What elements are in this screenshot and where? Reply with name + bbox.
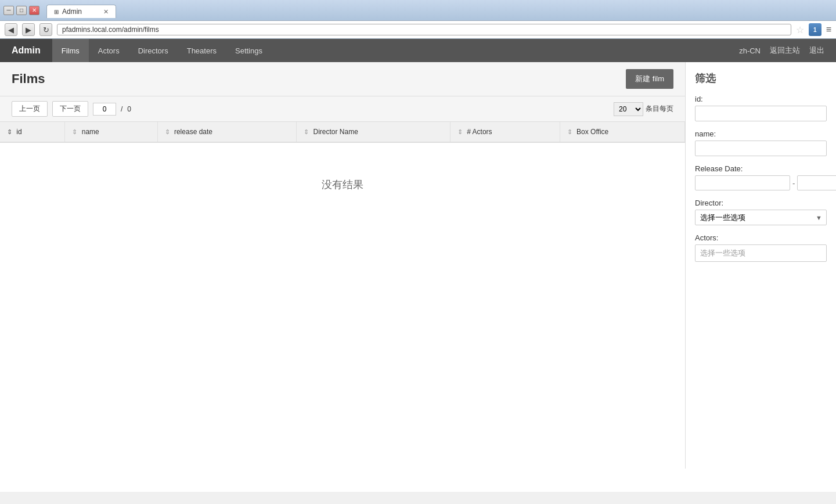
logout-link[interactable]: 退出 <box>809 45 824 56</box>
per-page-select[interactable]: 20 10 50 100 <box>614 102 643 116</box>
return-to-site-link[interactable]: 返回主站 <box>770 45 800 56</box>
extension-button[interactable]: 1 <box>809 23 821 36</box>
new-film-button[interactable]: 新建 film <box>626 69 673 89</box>
filter-director-select[interactable]: 选择一些选项 <box>695 210 827 225</box>
address-bar: ◀ ▶ ↻ ☆ 1 ≡ <box>0 20 836 38</box>
browser-tab-admin[interactable]: ⊞ Admin ✕ <box>46 5 116 18</box>
bookmark-star-icon[interactable]: ☆ <box>796 24 804 35</box>
table-body: 没有结果 <box>0 142 685 226</box>
sidebar-title: 筛选 <box>695 71 827 85</box>
filter-date-to-input[interactable] <box>797 175 836 190</box>
col-director-name[interactable]: ⇕ Director Name <box>297 122 451 142</box>
page-number-input[interactable] <box>93 103 116 116</box>
col-actors[interactable]: ⇕ # Actors <box>450 122 560 142</box>
filter-director-group: Director: 选择一些选项 ▼ <box>695 199 827 225</box>
refresh-button[interactable]: ↻ <box>39 23 52 36</box>
col-release-date[interactable]: ⇕ release date <box>157 122 297 142</box>
per-page-control: 20 10 50 100 条目每页 <box>614 102 673 116</box>
sort-icon-name: ⇕ <box>72 128 77 135</box>
nav-link-actors[interactable]: Actors <box>89 39 129 62</box>
no-results-message: 没有结果 <box>0 142 685 226</box>
filter-name-group: name: <box>695 129 827 156</box>
nav-brand[interactable]: Admin <box>0 39 52 62</box>
col-name-label: name <box>82 128 99 136</box>
browser-titlebar: ─ □ ✕ ⊞ Admin ✕ <box>0 0 836 20</box>
browser-menu-icon[interactable]: ≡ <box>826 24 831 35</box>
close-button[interactable]: ✕ <box>29 6 39 15</box>
page-separator: / <box>121 105 122 113</box>
filter-release-date-label: Release Date: <box>695 164 827 173</box>
top-navigation: Admin Films Actors Directors Theaters Se… <box>0 39 836 62</box>
col-director-label: Director Name <box>313 128 358 136</box>
table-header-row: ⇕ id ⇕ name ⇕ release date ⇕ <box>0 122 685 142</box>
filter-actors-multiselect[interactable]: 选择一些选项 <box>695 244 827 262</box>
tab-favicon-icon: ⊞ <box>54 9 59 15</box>
total-pages: 0 <box>127 105 131 113</box>
sort-icon-actors: ⇕ <box>457 128 463 135</box>
next-page-button[interactable]: 下一页 <box>52 101 88 117</box>
nav-right: zh-CN 返回主站 退出 <box>739 45 836 56</box>
actors-placeholder-text: 选择一些选项 <box>700 248 745 258</box>
filter-name-input[interactable] <box>695 141 827 156</box>
filter-sidebar: 筛选 id: name: Release Date: - Director: <box>685 62 836 469</box>
nav-link-directors[interactable]: Directors <box>129 39 178 62</box>
col-release-date-label: release date <box>174 128 212 136</box>
filter-actors-group: Actors: 选择一些选项 <box>695 233 827 262</box>
sort-icon-box-office: ⇕ <box>567 128 572 135</box>
date-range-inputs: - <box>695 175 827 190</box>
no-results-row: 没有结果 <box>0 142 685 226</box>
table-header: ⇕ id ⇕ name ⇕ release date ⇕ <box>0 122 685 142</box>
sort-icon-id: ⇕ <box>7 128 12 135</box>
sort-icon-release-date: ⇕ <box>165 128 170 135</box>
col-name[interactable]: ⇕ name <box>65 122 157 142</box>
content-area: Films 新建 film 上一页 下一页 / 0 20 10 50 100 条 <box>0 62 685 469</box>
col-actors-label: # Actors <box>467 128 492 136</box>
sort-icon-director: ⇕ <box>304 128 309 135</box>
tab-close-icon[interactable]: ✕ <box>103 8 109 16</box>
main-wrapper: Films 新建 film 上一页 下一页 / 0 20 10 50 100 条 <box>0 62 836 469</box>
filter-id-input[interactable] <box>695 106 827 121</box>
col-id-label: id <box>16 128 21 136</box>
page-title: Films <box>12 71 45 87</box>
pagination-bar: 上一页 下一页 / 0 20 10 50 100 条目每页 <box>0 96 685 122</box>
nav-link-settings[interactable]: Settings <box>226 39 272 62</box>
prev-page-button[interactable]: 上一页 <box>12 101 48 117</box>
app-container: Admin Films Actors Directors Theaters Se… <box>0 39 836 492</box>
forward-button[interactable]: ▶ <box>22 23 35 36</box>
filter-name-label: name: <box>695 129 827 138</box>
maximize-button[interactable]: □ <box>16 6 27 15</box>
browser-chrome: ─ □ ✕ ⊞ Admin ✕ ◀ ▶ ↻ ☆ 1 ≡ <box>0 0 836 39</box>
director-select-wrapper: 选择一些选项 ▼ <box>695 210 827 225</box>
filter-actors-label: Actors: <box>695 233 827 242</box>
col-box-office-label: Box Office <box>576 128 608 136</box>
nav-links: Films Actors Directors Theaters Settings <box>52 39 272 62</box>
page-header: Films 新建 film <box>0 62 685 96</box>
url-input[interactable] <box>57 24 791 35</box>
tab-bar: ⊞ Admin ✕ <box>43 2 120 18</box>
back-button[interactable]: ◀ <box>5 23 17 36</box>
filter-id-label: id: <box>695 95 827 103</box>
col-box-office[interactable]: ⇕ Box Office <box>560 122 684 142</box>
nav-link-theaters[interactable]: Theaters <box>178 39 226 62</box>
filter-release-date-group: Release Date: - <box>695 164 827 190</box>
filter-date-from-input[interactable] <box>695 175 790 190</box>
filter-director-label: Director: <box>695 199 827 207</box>
date-separator: - <box>792 179 795 188</box>
browser-window-controls: ─ □ ✕ <box>3 6 39 15</box>
films-table: ⇕ id ⇕ name ⇕ release date ⇕ <box>0 122 685 226</box>
col-id[interactable]: ⇕ id <box>0 122 65 142</box>
nav-link-films[interactable]: Films <box>52 39 89 62</box>
filter-id-group: id: <box>695 95 827 121</box>
tab-title: Admin <box>62 8 82 16</box>
locale-label: zh-CN <box>739 46 761 55</box>
minimize-button[interactable]: ─ <box>3 6 14 15</box>
per-page-label: 条目每页 <box>646 104 673 114</box>
